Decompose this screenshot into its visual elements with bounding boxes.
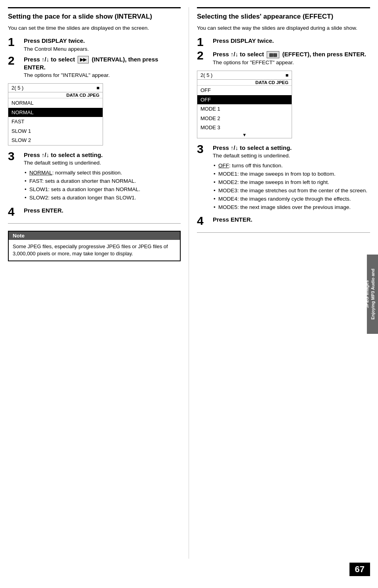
interval-row-2: FAST (8, 117, 103, 126)
left-step3-sub: The default setting is underlined. (24, 159, 181, 167)
interval-label: DATA CD JPEG (8, 92, 103, 98)
right-step3-content: Press ↑/↓ to select a setting. The defau… (213, 144, 370, 212)
right-step2-content: Press ↑/↓ to select ▤▤ (EFFECT), then pr… (213, 50, 370, 67)
interval-row-3: SLOW 1 (8, 126, 103, 136)
right-column: Selecting the slides' appearance (EFFECT… (189, 7, 370, 559)
effect-row-0: OFF (197, 86, 292, 95)
left-step-4: 4 Press ENTER. (8, 207, 181, 218)
left-step-3: 3 Press ↑/↓ to select a setting. The def… (8, 151, 181, 203)
left-step2-heading-text: Press ↑/↓ to select (24, 56, 75, 63)
effect-row-4: MODE 3 (197, 123, 292, 132)
page-container: Setting the pace for a slide show (INTER… (0, 0, 378, 588)
right-step2-heading: Press ↑/↓ to select ▤▤ (EFFECT), then pr… (213, 50, 370, 58)
effect-menu-box: 2( 5 ) ■ DATA CD JPEG OFF OFF MODE 1 MOD… (197, 71, 292, 138)
effect-label: DATA CD JPEG (197, 80, 292, 86)
left-step1-number: 1 (8, 36, 20, 48)
right-bullet-1: MODE1: the image sweeps in from top to b… (213, 170, 370, 178)
left-section-title: Setting the pace for a slide show (INTER… (8, 7, 181, 21)
interval-header-black-square: ■ (96, 85, 99, 91)
right-step3-number: 3 (197, 143, 209, 155)
right-step2-sub: The options for "EFFECT" appear. (213, 59, 370, 67)
left-step1-content: Press DISPLAY twice. The Control Menu ap… (24, 37, 181, 53)
left-step2-heading: Press ↑/↓ to select ▶▶ (INTERVAL), then … (24, 56, 181, 71)
two-column-layout: Setting the pace for a slide show (INTER… (8, 7, 370, 559)
interval-row-4: SLOW 2 (8, 136, 103, 145)
left-column: Setting the pace for a slide show (INTER… (8, 7, 189, 559)
right-step-4: 4 Press ENTER. (197, 216, 370, 227)
side-tab: Enjoying MP3 Audio and JPEG Images (367, 255, 378, 334)
left-step2-content: Press ↑/↓ to select ▶▶ (INTERVAL), then … (24, 56, 181, 80)
left-section-intro: You can set the time the slides are disp… (8, 25, 181, 32)
note-content: Some JPEG files, especially progressive … (9, 240, 180, 260)
right-step4-content: Press ENTER. (213, 216, 370, 224)
effect-arrow-down: ▼ (197, 132, 292, 138)
right-step-1: 1 Press DISPLAY twice. (197, 37, 370, 48)
right-step4-number: 4 (197, 215, 209, 227)
effect-menu-header: 2( 5 ) ■ (197, 71, 292, 80)
right-step3-sub: The default setting is underlined. (213, 152, 370, 160)
right-step3-heading: Press ↑/↓ to select a setting. (213, 144, 370, 152)
left-step-1: 1 Press DISPLAY twice. The Control Menu … (8, 37, 181, 53)
right-divider (197, 232, 370, 233)
right-section-intro: You can select the way the slides are di… (197, 25, 370, 32)
note-title: Note (9, 232, 180, 240)
left-step4-heading: Press ENTER. (24, 207, 181, 215)
effect-icon: ▤▤ (267, 51, 279, 58)
left-step3-heading: Press ↑/↓ to select a setting. (24, 151, 181, 159)
right-step-3: 3 Press ↑/↓ to select a setting. The def… (197, 144, 370, 212)
right-step4-heading: Press ENTER. (213, 216, 370, 224)
effect-row-3: MODE 2 (197, 114, 292, 123)
right-bullet-3: MODE3: the image stretches out from the … (213, 187, 370, 195)
right-step1-content: Press DISPLAY twice. (213, 37, 370, 45)
interval-row-1-selected: NORMAL (8, 108, 103, 117)
left-step3-bullets: NORMAL: normally select this position. F… (24, 169, 181, 202)
right-bullet-4: MODE4: the images randomly cycle through… (213, 195, 370, 203)
right-bullet-5: MODE5: the next image slides over the pr… (213, 204, 370, 211)
left-step-2: 2 Press ↑/↓ to select ▶▶ (INTERVAL), the… (8, 56, 181, 80)
left-bullet-1: FAST: sets a duration shorter than NORMA… (24, 178, 181, 185)
right-step2-heading-text: Press ↑/↓ to select (213, 51, 264, 57)
right-section-title: Selecting the slides' appearance (EFFECT… (197, 7, 370, 21)
left-divider (8, 223, 181, 224)
effect-row-2: MODE 1 (197, 104, 292, 114)
effect-header-black-square: ■ (285, 73, 288, 78)
left-step1-sub: The Control Menu appears. (24, 46, 181, 53)
left-step4-content: Press ENTER. (24, 207, 181, 215)
left-step2-sub: The options for "INTERVAL" appear. (24, 72, 181, 79)
interval-icon: ▶▶ (78, 56, 89, 63)
right-step2-number: 2 (197, 50, 209, 61)
right-step1-heading: Press DISPLAY twice. (213, 37, 370, 45)
right-bullet-0: OFF: turns off this function. (213, 162, 370, 170)
left-step1-heading: Press DISPLAY twice. (24, 37, 181, 45)
right-step-2: 2 Press ↑/↓ to select ▤▤ (EFFECT), then … (197, 50, 370, 67)
left-step2-number: 2 (8, 55, 20, 67)
page-number: 67 (349, 563, 370, 576)
page-footer: 67 (8, 559, 370, 576)
effect-header-left: 2( 5 ) (200, 72, 212, 78)
right-step1-number: 1 (197, 36, 209, 48)
interval-row-0: NORMAL (8, 98, 103, 108)
right-step3-bullets: OFF: turns off this function. MODE1: the… (213, 162, 370, 211)
interval-header-left: 2( 5 ) (11, 85, 23, 91)
left-bullet-0: NORMAL: normally select this position. (24, 169, 181, 177)
right-step2-heading2: (EFFECT), then press ENTER. (283, 51, 367, 57)
left-step3-content: Press ↑/↓ to select a setting. The defau… (24, 151, 181, 203)
interval-menu-box: 2( 5 ) ■ DATA CD JPEG NORMAL NORMAL FAST… (8, 83, 103, 146)
interval-menu-header: 2( 5 ) ■ (8, 84, 103, 92)
left-bullet-3: SLOW2: sets a duration longer than SLOW1… (24, 194, 181, 202)
left-bullet-2: SLOW1: sets a duration longer than NORMA… (24, 186, 181, 193)
right-bullet-2: MODE2: the image sweeps in from left to … (213, 179, 370, 186)
effect-row-1-selected: OFF (197, 95, 292, 105)
left-step3-number: 3 (8, 150, 20, 162)
note-box: Note Some JPEG files, especially progres… (8, 231, 181, 261)
left-step4-number: 4 (8, 206, 20, 218)
